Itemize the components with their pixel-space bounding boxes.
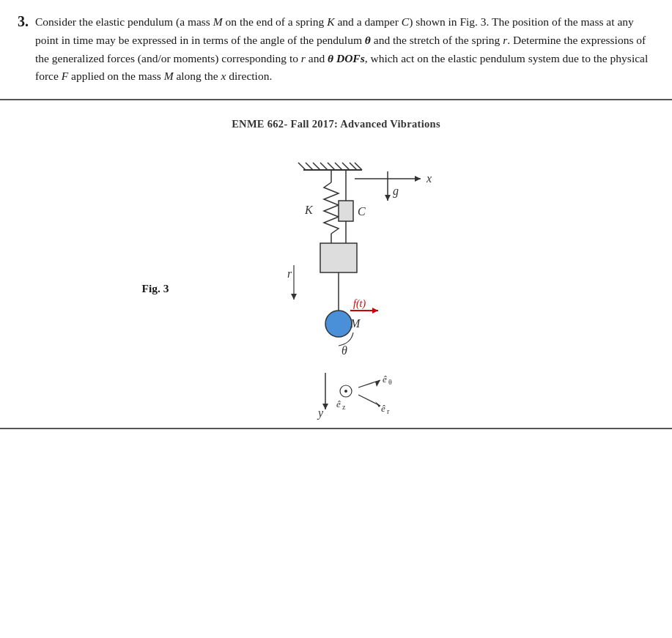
svg-line-6	[335, 163, 342, 170]
svg-marker-42	[375, 380, 380, 387]
svg-point-38	[344, 390, 347, 393]
svg-text:r: r	[287, 267, 292, 280]
svg-line-1	[298, 163, 306, 170]
page-container: 3. Consider the elastic pendulum (a mass…	[0, 0, 672, 638]
svg-text:θ: θ	[341, 344, 347, 357]
svg-line-5	[328, 163, 335, 170]
bottom-border	[0, 428, 672, 429]
svg-text:x: x	[426, 172, 432, 185]
svg-rect-19	[339, 201, 353, 221]
svg-marker-46	[375, 401, 380, 407]
course-title: ENME 662- Fall 2017: Advanced Vibrations	[232, 118, 440, 130]
svg-text:g: g	[393, 185, 399, 198]
svg-text:M: M	[350, 317, 361, 330]
svg-text:ê: ê	[381, 403, 385, 414]
svg-line-7	[342, 163, 350, 170]
figure-section: ENME 662- Fall 2017: Advanced Vibrations…	[0, 100, 672, 428]
diagram-svg: x g	[223, 157, 472, 420]
svg-text:r: r	[387, 407, 390, 415]
svg-marker-29	[372, 308, 378, 314]
svg-marker-11	[415, 176, 421, 182]
svg-line-2	[306, 163, 313, 170]
svg-text:f(t): f(t)	[353, 298, 366, 310]
svg-text:y: y	[317, 407, 324, 420]
fig-label: Fig. 3	[142, 282, 186, 295]
svg-marker-35	[322, 404, 328, 409]
svg-line-3	[313, 163, 320, 170]
svg-text:θ: θ	[388, 378, 392, 386]
problem-number: 3.	[18, 13, 32, 30]
svg-point-31	[325, 311, 352, 337]
svg-text:K: K	[304, 204, 314, 216]
svg-text:C: C	[358, 205, 366, 218]
svg-marker-26	[291, 294, 297, 300]
svg-rect-21	[320, 243, 357, 272]
problem-body: Consider the elastic pendulum (a mass M …	[35, 13, 654, 86]
svg-text:z: z	[342, 403, 346, 411]
svg-marker-14	[385, 195, 391, 201]
svg-text:ê: ê	[383, 374, 387, 385]
figure-area: Fig. 3	[142, 157, 472, 420]
svg-text:ê: ê	[336, 398, 341, 409]
problem-section: 3. Consider the elastic pendulum (a mass…	[0, 0, 672, 100]
svg-line-4	[320, 163, 328, 170]
problem-text-block: 3. Consider the elastic pendulum (a mass…	[18, 13, 654, 86]
diagram-container: x g	[223, 157, 472, 420]
